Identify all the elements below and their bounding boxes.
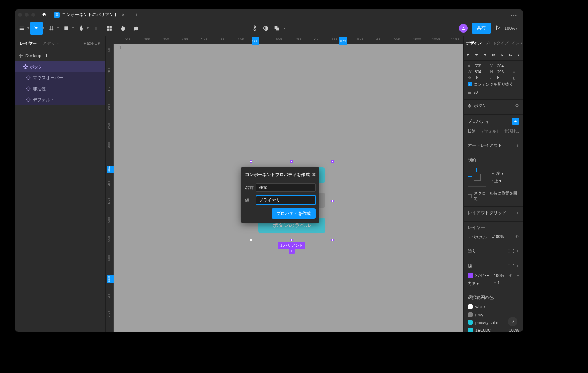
window-menu-icon[interactable]: ••• bbox=[510, 13, 520, 17]
mask-icon[interactable] bbox=[263, 25, 269, 31]
frame-tool[interactable] bbox=[45, 22, 58, 35]
corner-value[interactable]: 5 bbox=[497, 76, 511, 80]
new-tab-button[interactable]: + bbox=[132, 12, 141, 18]
ruler-horizontal: 250 300 350 400 450 500 550 568 650 700 … bbox=[114, 36, 463, 44]
constraint-h[interactable]: ↔ 左 ▾ bbox=[491, 169, 503, 177]
figma-menu[interactable] bbox=[15, 22, 28, 35]
scroll-fix-checkbox[interactable]: スクロール時に位置を固定 bbox=[468, 189, 519, 203]
distribute-icon[interactable] bbox=[516, 53, 521, 58]
add-variant-button[interactable]: + bbox=[289, 248, 295, 254]
add-icon[interactable]: + bbox=[517, 264, 519, 268]
component-icon[interactable] bbox=[252, 25, 258, 31]
chevron-down-icon[interactable]: ▾ bbox=[57, 26, 59, 30]
color-swatch[interactable] bbox=[468, 328, 473, 332]
pen-tool[interactable] bbox=[75, 22, 87, 35]
align-right-icon[interactable] bbox=[482, 53, 488, 58]
align-left-icon[interactable] bbox=[465, 53, 471, 58]
blend-mode[interactable]: ○ パススルー ▾ bbox=[468, 235, 494, 240]
stroke-width[interactable]: 1 bbox=[497, 281, 500, 285]
clip-content-checkbox[interactable]: ✓コンテンツを切り抜く bbox=[468, 80, 519, 89]
help-button[interactable]: ? bbox=[508, 317, 517, 326]
page-selector[interactable]: Page 1▾ bbox=[83, 41, 101, 46]
gap-value[interactable]: 20 bbox=[474, 90, 478, 95]
shape-tool[interactable] bbox=[60, 22, 73, 35]
settings-icon[interactable]: ⚙ bbox=[515, 103, 519, 108]
boolean-icon[interactable] bbox=[274, 25, 280, 31]
tab-inspect[interactable]: インスペクト bbox=[512, 40, 523, 46]
color-swatch[interactable] bbox=[468, 304, 473, 309]
name-input[interactable] bbox=[256, 183, 316, 192]
h-value[interactable]: 296 bbox=[497, 70, 511, 74]
color-swatch[interactable] bbox=[468, 273, 473, 278]
layer-frame[interactable]: Desktop - 1 bbox=[15, 50, 105, 61]
frame-icon bbox=[19, 54, 23, 58]
styles-icon[interactable]: ⋮⋮ bbox=[507, 249, 515, 253]
visibility-icon[interactable]: 👁 bbox=[509, 273, 513, 278]
resources-tool[interactable] bbox=[103, 22, 116, 35]
align-hcenter-icon[interactable] bbox=[474, 53, 479, 58]
close-icon[interactable]: × bbox=[312, 171, 316, 178]
text-tool[interactable] bbox=[90, 22, 102, 35]
traffic-lights[interactable] bbox=[18, 13, 35, 17]
move-tool[interactable] bbox=[30, 22, 43, 35]
add-icon[interactable]: + bbox=[517, 249, 519, 253]
visibility-icon[interactable]: 👁 bbox=[515, 235, 519, 240]
layer-opacity[interactable]: 100% bbox=[494, 235, 504, 240]
value-input[interactable] bbox=[256, 196, 316, 204]
x-value[interactable]: 568 bbox=[475, 64, 488, 68]
file-tab[interactable]: コンポーネントのバリアント × bbox=[50, 9, 129, 20]
w-value[interactable]: 304 bbox=[475, 70, 488, 74]
create-property-button[interactable]: プロパティを作成 bbox=[272, 208, 316, 219]
align-to-pixel-icon[interactable]: ⋮⋮ bbox=[513, 64, 519, 68]
align-top-icon[interactable] bbox=[491, 53, 496, 58]
layer-variant[interactable]: マウスオーバー bbox=[15, 72, 105, 83]
home-icon[interactable] bbox=[42, 12, 47, 18]
add-icon[interactable]: + bbox=[517, 143, 519, 148]
independent-corners-icon[interactable]: ⊡ bbox=[513, 76, 519, 80]
color-swatch[interactable] bbox=[468, 312, 473, 317]
constraint-v[interactable]: ↕ 上 ▾ bbox=[491, 177, 503, 185]
align-bottom-icon[interactable] bbox=[508, 53, 513, 58]
rotation-value[interactable]: 0° bbox=[475, 76, 488, 80]
styles-icon[interactable]: ⋮⋮ bbox=[507, 264, 515, 268]
y-value[interactable]: 364 bbox=[497, 64, 511, 68]
comment-tool[interactable] bbox=[130, 22, 142, 35]
tab-assets[interactable]: アセット bbox=[42, 40, 60, 46]
chevron-down-icon[interactable]: ▾ bbox=[27, 26, 29, 30]
svg-rect-5 bbox=[20, 28, 24, 28]
tab-prototype[interactable]: プロトタイプ bbox=[485, 40, 508, 46]
stroke-settings-icon[interactable]: ⋯ bbox=[515, 281, 519, 286]
chevron-down-icon[interactable]: ▾ bbox=[284, 27, 285, 31]
close-icon[interactable]: × bbox=[122, 12, 125, 18]
variant-icon bbox=[26, 86, 30, 91]
color-swatch[interactable] bbox=[468, 320, 473, 325]
chevron-down-icon[interactable]: ▾ bbox=[72, 26, 74, 30]
prop-name[interactable]: 状態 bbox=[468, 129, 475, 134]
transform-section: X568 Y364 ⋮⋮ W304 H296 ⟐ ⟲0° ⌐5 ⊡ ✓コンテンツ… bbox=[464, 61, 523, 100]
svg-rect-4 bbox=[20, 26, 24, 27]
layer-variant[interactable]: 非活性 bbox=[15, 83, 105, 94]
add-property-button[interactable]: + bbox=[512, 118, 519, 125]
constrain-icon[interactable]: ⟐ bbox=[513, 70, 519, 74]
remove-icon[interactable]: − bbox=[517, 273, 519, 278]
frame-label[interactable]: - 1 bbox=[117, 45, 122, 50]
tab-design[interactable]: デザイン bbox=[466, 40, 482, 46]
layer-variant[interactable]: デフォルト bbox=[15, 94, 105, 105]
chevron-down-icon[interactable]: ▾ bbox=[42, 26, 44, 30]
zoom-level[interactable]: 100% ▾ bbox=[505, 26, 518, 31]
layer-component[interactable]: ボタン bbox=[15, 61, 105, 72]
align-vcenter-icon[interactable] bbox=[499, 53, 505, 58]
canvas[interactable]: 250 300 350 400 450 500 550 568 650 700 … bbox=[106, 36, 463, 332]
properties-section: プロパティ + 状態 デフォルト、非活性... bbox=[464, 115, 523, 139]
svg-rect-11 bbox=[110, 29, 111, 30]
tab-layers[interactable]: レイヤー bbox=[20, 40, 37, 46]
play-icon[interactable] bbox=[495, 25, 501, 31]
left-panel-tabs: レイヤー アセット Page 1▾ bbox=[15, 36, 105, 50]
add-icon[interactable]: + bbox=[517, 211, 519, 215]
share-button[interactable]: 共有 bbox=[472, 23, 491, 34]
avatar[interactable] bbox=[459, 24, 468, 33]
hand-tool[interactable] bbox=[116, 22, 129, 35]
constraint-widget[interactable] bbox=[468, 168, 486, 187]
chevron-down-icon[interactable]: ▾ bbox=[87, 26, 89, 30]
stroke-side[interactable]: 内側 ▾ bbox=[468, 281, 479, 286]
